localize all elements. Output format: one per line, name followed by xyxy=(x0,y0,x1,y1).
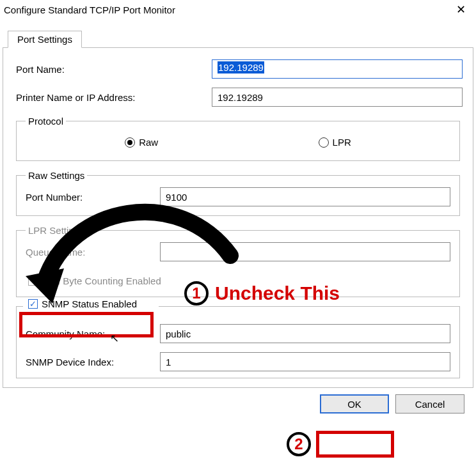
lpr-settings-legend: LPR Settings xyxy=(26,225,87,236)
port-number-label: Port Number: xyxy=(26,192,160,203)
radio-raw-label: Raw xyxy=(139,137,158,148)
lpr-settings-fieldset: LPR Settings Queue Name: LPR Byte Counti… xyxy=(16,225,460,297)
radio-lpr[interactable]: LPR xyxy=(319,137,351,148)
snmp-status-label: SNMP Status Enabled xyxy=(42,298,137,309)
row-community-name: Community Name: xyxy=(26,324,450,343)
port-name-input[interactable]: 192.19289 xyxy=(212,59,463,79)
raw-settings-fieldset: Raw Settings Port Number: xyxy=(16,170,460,216)
radio-raw[interactable]: Raw xyxy=(125,137,158,148)
row-printer-address: Printer Name or IP Address: xyxy=(13,88,463,107)
radio-lpr-label: LPR xyxy=(333,137,351,148)
lpr-byte-counting-checkbox: LPR Byte Counting Enabled xyxy=(26,274,164,288)
protocol-radio-row: Raw LPR xyxy=(26,133,450,151)
lpr-byte-counting-label: LPR Byte Counting Enabled xyxy=(42,275,161,286)
queue-name-label: Queue Name: xyxy=(26,247,160,258)
snmp-status-checkbox[interactable]: ✓ SNMP Status Enabled xyxy=(26,297,139,311)
printer-address-input[interactable] xyxy=(212,88,463,107)
protocol-fieldset: Protocol Raw LPR xyxy=(16,116,460,161)
ok-button[interactable]: OK xyxy=(320,394,389,414)
titlebar: Configure Standard TCP/IP Port Monitor ✕ xyxy=(0,0,476,19)
community-name-input[interactable] xyxy=(160,324,450,343)
radio-lpr-icon xyxy=(319,137,329,148)
device-index-label: SNMP Device Index: xyxy=(26,357,160,367)
printer-address-label: Printer Name or IP Address: xyxy=(13,92,212,103)
dialog-button-row: OK Cancel xyxy=(3,388,473,416)
annotation-highlight-box-2 xyxy=(316,431,394,458)
port-name-label: Port Name: xyxy=(13,64,212,75)
queue-name-input xyxy=(160,242,450,261)
snmp-fieldset: ✓ SNMP Status Enabled Community Name: SN… xyxy=(16,306,460,378)
annotation-step-2-number: 2 xyxy=(294,435,303,453)
port-number-input[interactable] xyxy=(160,187,450,206)
radio-raw-icon xyxy=(125,137,135,148)
annotation-step-2-circle: 2 xyxy=(287,432,311,456)
cancel-button[interactable]: Cancel xyxy=(395,394,464,414)
dialog-body: Port Settings Port Name: 192.19289 Print… xyxy=(0,19,476,416)
row-device-index: SNMP Device Index: xyxy=(26,352,450,371)
tab-strip: Port Settings xyxy=(3,31,473,48)
tab-label: Port Settings xyxy=(17,34,72,45)
raw-settings-legend: Raw Settings xyxy=(26,170,87,181)
window-title: Configure Standard TCP/IP Port Monitor xyxy=(4,4,175,15)
row-queue-name: Queue Name: xyxy=(26,242,450,261)
device-index-input[interactable] xyxy=(160,352,450,371)
close-icon[interactable]: ✕ xyxy=(452,3,470,17)
community-name-label: Community Name: xyxy=(26,329,160,339)
checkbox-icon: ✓ xyxy=(28,299,38,309)
tab-panel: Port Name: 192.19289 Printer Name or IP … xyxy=(3,48,473,388)
port-name-value: 192.19289 xyxy=(218,61,264,73)
tab-port-settings[interactable]: Port Settings xyxy=(8,31,82,48)
checkbox-icon xyxy=(28,276,38,286)
row-port-number: Port Number: xyxy=(26,187,450,206)
protocol-legend: Protocol xyxy=(26,116,66,127)
row-port-name: Port Name: 192.19289 xyxy=(13,59,463,79)
